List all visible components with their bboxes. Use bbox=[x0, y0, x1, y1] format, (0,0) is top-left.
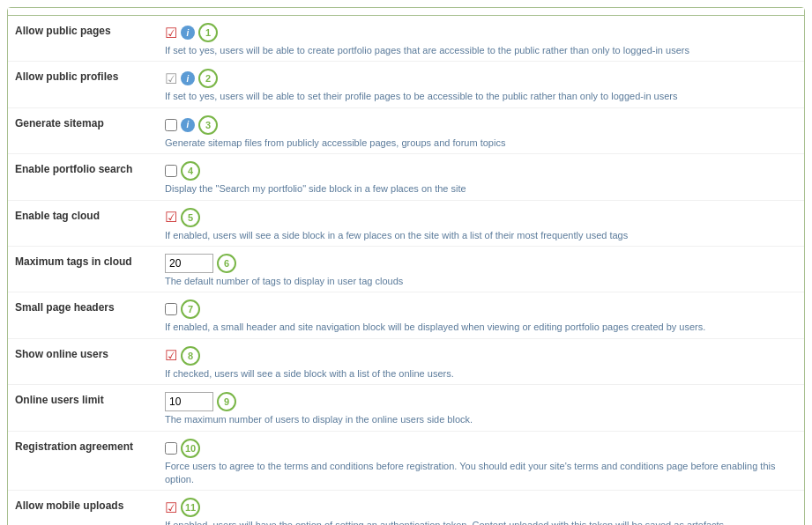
control-cell-allow-public-profiles: ☑i2If set to yes, users will be able to … bbox=[158, 62, 804, 107]
control-cell-enable-portfolio-search: 4Display the "Search my portfolio" side … bbox=[158, 154, 804, 200]
control-row-enable-portfolio-search: 4 bbox=[165, 158, 797, 181]
settings-row-enable-portfolio-search: Enable portfolio search4Display the "Sea… bbox=[8, 154, 804, 200]
control-row-allow-public-profiles: ☑i2 bbox=[165, 65, 797, 88]
settings-row-registration-agreement: Registration agreement10Force users to a… bbox=[8, 431, 804, 491]
settings-row-show-online-users: Show online users☑8If checked, users wil… bbox=[8, 338, 804, 384]
control-cell-maximum-tags-in-cloud: 6The default number of tags to display i… bbox=[158, 246, 804, 292]
label-registration-agreement: Registration agreement bbox=[8, 431, 158, 491]
text-input-maximum-tags-in-cloud[interactable] bbox=[165, 254, 213, 273]
step-badge-enable-tag-cloud: 5 bbox=[181, 208, 200, 227]
panel-header bbox=[8, 8, 804, 16]
control-cell-allow-public-pages: ☑i1If set to yes, users will be able to … bbox=[158, 16, 804, 62]
step-badge-online-users-limit: 9 bbox=[217, 392, 236, 411]
checkbox-allow-mobile-uploads[interactable]: ☑ bbox=[165, 499, 177, 516]
control-cell-generate-sitemap: i3Generate sitemap files from publicly a… bbox=[158, 107, 804, 153]
label-allow-public-pages: Allow public pages bbox=[8, 16, 158, 62]
settings-table: Allow public pages☑i1If set to yes, user… bbox=[8, 16, 804, 525]
checkbox-allow-public-pages[interactable]: ☑ bbox=[165, 25, 177, 41]
description-allow-public-profiles: If set to yes, users will be able to set… bbox=[165, 90, 797, 103]
checkbox-enable-tag-cloud[interactable]: ☑ bbox=[165, 209, 177, 226]
info-icon-allow-public-profiles[interactable]: i bbox=[181, 71, 195, 85]
label-enable-tag-cloud: Enable tag cloud bbox=[8, 200, 158, 246]
label-allow-public-profiles: Allow public profiles bbox=[8, 62, 158, 107]
general-settings-panel: Allow public pages☑i1If set to yes, user… bbox=[7, 7, 805, 525]
control-row-maximum-tags-in-cloud: 6 bbox=[165, 250, 797, 273]
label-allow-mobile-uploads: Allow mobile uploads bbox=[8, 491, 158, 525]
control-cell-enable-tag-cloud: ☑5If enabled, users will see a side bloc… bbox=[158, 200, 804, 246]
control-row-small-page-headers: 7 bbox=[165, 296, 797, 319]
step-badge-small-page-headers: 7 bbox=[181, 299, 200, 319]
checkbox-registration-agreement[interactable] bbox=[165, 442, 177, 455]
description-allow-mobile-uploads: If enabled, users will have the option o… bbox=[165, 519, 797, 525]
step-badge-allow-mobile-uploads: 11 bbox=[181, 498, 200, 517]
description-registration-agreement: Force users to agree to the terms and co… bbox=[165, 460, 797, 487]
description-online-users-limit: The maximum number of users to display i… bbox=[165, 413, 797, 426]
control-row-online-users-limit: 9 bbox=[165, 388, 797, 411]
settings-row-online-users-limit: Online users limit9The maximum number of… bbox=[8, 385, 804, 431]
control-row-allow-public-pages: ☑i1 bbox=[165, 19, 797, 42]
control-row-generate-sitemap: i3 bbox=[165, 112, 797, 135]
description-small-page-headers: If enabled, a small header and site navi… bbox=[165, 321, 797, 334]
checkbox-small-page-headers[interactable] bbox=[165, 303, 177, 315]
description-maximum-tags-in-cloud: The default number of tags to display in… bbox=[165, 275, 797, 288]
control-row-allow-mobile-uploads: ☑11 bbox=[165, 494, 797, 517]
checkbox-allow-public-profiles[interactable]: ☑ bbox=[165, 70, 177, 87]
description-generate-sitemap: Generate sitemap files from publicly acc… bbox=[165, 137, 797, 150]
control-row-registration-agreement: 10 bbox=[165, 435, 797, 458]
settings-row-maximum-tags-in-cloud: Maximum tags in cloud6The default number… bbox=[8, 246, 804, 292]
step-badge-enable-portfolio-search: 4 bbox=[181, 161, 200, 181]
label-generate-sitemap: Generate sitemap bbox=[8, 107, 158, 153]
control-cell-online-users-limit: 9The maximum number of users to display … bbox=[158, 385, 804, 431]
info-icon-generate-sitemap[interactable]: i bbox=[181, 118, 195, 132]
control-cell-registration-agreement: 10Force users to agree to the terms and … bbox=[158, 431, 804, 491]
text-input-online-users-limit[interactable] bbox=[165, 392, 213, 411]
label-enable-portfolio-search: Enable portfolio search bbox=[8, 154, 158, 200]
settings-row-generate-sitemap: Generate sitemapi3Generate sitemap files… bbox=[8, 107, 804, 153]
description-show-online-users: If checked, users will see a side block … bbox=[165, 367, 797, 381]
description-enable-tag-cloud: If enabled, users will see a side block … bbox=[165, 229, 797, 242]
control-row-enable-tag-cloud: ☑5 bbox=[165, 204, 797, 227]
step-badge-maximum-tags-in-cloud: 6 bbox=[217, 254, 236, 273]
step-badge-allow-public-pages: 1 bbox=[198, 23, 218, 42]
description-enable-portfolio-search: Display the "Search my portfolio" side b… bbox=[165, 182, 797, 196]
checkbox-generate-sitemap[interactable] bbox=[165, 119, 177, 131]
settings-row-allow-mobile-uploads: Allow mobile uploads☑11If enabled, users… bbox=[8, 491, 804, 525]
label-online-users-limit: Online users limit bbox=[8, 385, 158, 431]
settings-row-allow-public-pages: Allow public pages☑i1If set to yes, user… bbox=[8, 16, 804, 62]
label-small-page-headers: Small page headers bbox=[8, 292, 158, 338]
description-allow-public-pages: If set to yes, users will be able to cre… bbox=[165, 44, 797, 57]
step-badge-allow-public-profiles: 2 bbox=[198, 69, 218, 88]
control-row-show-online-users: ☑8 bbox=[165, 343, 797, 366]
control-cell-allow-mobile-uploads: ☑11If enabled, users will have the optio… bbox=[158, 491, 804, 525]
checkbox-show-online-users[interactable]: ☑ bbox=[165, 347, 177, 364]
step-badge-show-online-users: 8 bbox=[181, 346, 200, 366]
control-cell-small-page-headers: 7If enabled, a small header and site nav… bbox=[158, 292, 804, 338]
step-badge-registration-agreement: 10 bbox=[181, 439, 200, 458]
step-badge-generate-sitemap: 3 bbox=[198, 115, 218, 135]
label-maximum-tags-in-cloud: Maximum tags in cloud bbox=[8, 246, 158, 292]
label-show-online-users: Show online users bbox=[8, 338, 158, 384]
control-cell-show-online-users: ☑8If checked, users will see a side bloc… bbox=[158, 338, 804, 384]
settings-row-small-page-headers: Small page headers7If enabled, a small h… bbox=[8, 292, 804, 338]
settings-row-allow-public-profiles: Allow public profiles☑i2If set to yes, u… bbox=[8, 62, 804, 107]
settings-row-enable-tag-cloud: Enable tag cloud☑5If enabled, users will… bbox=[8, 200, 804, 246]
info-icon-allow-public-pages[interactable]: i bbox=[181, 26, 195, 40]
checkbox-enable-portfolio-search[interactable] bbox=[165, 165, 177, 177]
